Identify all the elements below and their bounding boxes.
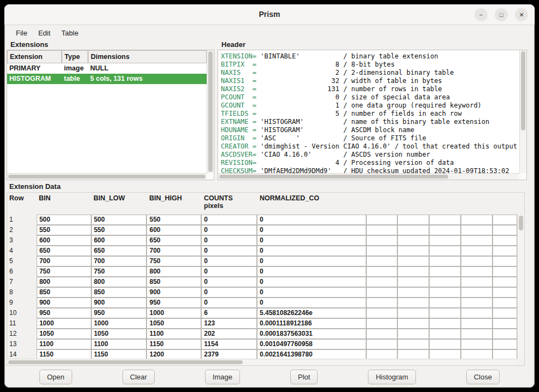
data-cell[interactable]: 600: [147, 225, 201, 235]
data-cell[interactable]: 1100: [147, 329, 201, 339]
extension-row[interactable]: PRIMARYimageNULL: [7, 63, 207, 74]
data-cell-empty[interactable]: [461, 266, 493, 277]
data-cell[interactable]: 750: [147, 256, 201, 266]
data-row-number[interactable]: 2: [7, 225, 37, 235]
data-cell[interactable]: 0: [257, 246, 366, 256]
data-cell[interactable]: 0: [201, 246, 257, 256]
data-cell-empty[interactable]: [366, 318, 398, 329]
data-cell-empty[interactable]: [429, 339, 461, 349]
data-cell-empty[interactable]: [429, 287, 461, 298]
data-cell[interactable]: 900: [147, 287, 201, 298]
data-cell-empty[interactable]: [397, 235, 429, 246]
data-cell[interactable]: 1000: [91, 318, 147, 329]
data-cell[interactable]: 0: [201, 215, 257, 225]
data-cell[interactable]: 0.0001837563031: [257, 329, 366, 339]
data-cell-empty[interactable]: [429, 225, 461, 235]
data-cell-empty[interactable]: [429, 318, 461, 329]
data-cell-empty[interactable]: [366, 308, 398, 318]
data-cell[interactable]: 0: [257, 298, 366, 308]
minimize-button[interactable]: −: [474, 8, 488, 21]
data-cell-empty[interactable]: [429, 235, 461, 246]
data-cell-empty[interactable]: [429, 329, 461, 339]
data-cell-empty[interactable]: [429, 298, 461, 308]
data-cell-empty[interactable]: [461, 215, 493, 225]
extensions-vertical-scrollbar[interactable]: [207, 50, 214, 173]
data-cell[interactable]: 1150: [91, 349, 147, 359]
data-row-number[interactable]: 9: [7, 298, 37, 308]
data-cell[interactable]: 900: [91, 298, 147, 308]
data-cell[interactable]: 1154: [201, 339, 257, 349]
scrollbar-thumb[interactable]: [521, 51, 525, 130]
data-cell[interactable]: 0: [201, 298, 257, 308]
data-cell[interactable]: 0: [201, 235, 257, 246]
histogram-button[interactable]: Histogram: [368, 370, 415, 384]
data-cell[interactable]: 0: [201, 256, 257, 266]
data-cell-empty[interactable]: [397, 318, 429, 329]
data-cell[interactable]: 700: [91, 256, 147, 266]
scrollbar-thumb[interactable]: [8, 360, 243, 364]
data-cell[interactable]: 1100: [91, 339, 147, 349]
data-cell-empty[interactable]: [461, 349, 493, 359]
clear-button[interactable]: Clear: [122, 370, 155, 384]
data-row-number[interactable]: 12: [7, 329, 37, 339]
data-cell[interactable]: 550: [37, 225, 91, 235]
data-row-number[interactable]: 3: [7, 235, 37, 246]
data-cell-empty[interactable]: [493, 318, 517, 329]
data-cell-empty[interactable]: [493, 339, 517, 349]
header-horizontal-scrollbar[interactable]: [218, 173, 519, 180]
data-row-number[interactable]: 4: [7, 246, 37, 256]
titlebar[interactable]: Prism − □ ✕: [4, 4, 535, 25]
menu-file[interactable]: File: [11, 27, 32, 39]
data-cell[interactable]: 1050: [147, 318, 201, 329]
data-cell-empty[interactable]: [397, 339, 429, 349]
data-cell-empty[interactable]: [397, 287, 429, 298]
data-cell-empty[interactable]: [429, 277, 461, 287]
data-cell[interactable]: 123: [201, 318, 257, 329]
data-cell[interactable]: 600: [37, 235, 91, 246]
data-cell-empty[interactable]: [461, 287, 493, 298]
data-cell[interactable]: 750: [37, 266, 91, 277]
data-cell-empty[interactable]: [461, 246, 493, 256]
data-cell[interactable]: 550: [147, 215, 201, 225]
data-cell[interactable]: 202: [201, 329, 257, 339]
scrollbar-thumb[interactable]: [219, 175, 448, 179]
data-cell-empty[interactable]: [429, 349, 461, 359]
data-cell[interactable]: 650: [147, 235, 201, 246]
data-cell[interactable]: 0: [257, 287, 366, 298]
data-cell[interactable]: 950: [37, 308, 91, 318]
data-cell[interactable]: 1050: [37, 329, 91, 339]
extension-row[interactable]: HISTOGRAMtable5 cols, 131 rows: [7, 74, 207, 84]
data-cell[interactable]: 950: [91, 308, 147, 318]
data-cell[interactable]: 0: [257, 266, 366, 277]
data-cell-empty[interactable]: [429, 308, 461, 318]
open-button[interactable]: Open: [39, 370, 72, 384]
data-cell[interactable]: 0.0001118912186: [257, 318, 366, 329]
data-cell-empty[interactable]: [461, 225, 493, 235]
data-cell-empty[interactable]: [493, 329, 517, 339]
data-cell-empty[interactable]: [493, 215, 517, 225]
data-cell-empty[interactable]: [493, 308, 517, 318]
data-row-number[interactable]: 5: [7, 256, 37, 266]
data-cell[interactable]: 950: [147, 298, 201, 308]
data-cell[interactable]: 900: [37, 298, 91, 308]
data-cell[interactable]: 1150: [147, 339, 201, 349]
data-cell[interactable]: 800: [91, 277, 147, 287]
data-cell[interactable]: 0: [257, 277, 366, 287]
maximize-button[interactable]: □: [495, 8, 508, 21]
data-cell[interactable]: 0: [257, 235, 366, 246]
data-cell-empty[interactable]: [366, 349, 398, 359]
data-cell-empty[interactable]: [493, 349, 517, 359]
data-cell-empty[interactable]: [493, 298, 517, 308]
data-cell-empty[interactable]: [397, 308, 429, 318]
data-row-number[interactable]: 1: [7, 215, 37, 225]
data-cell-empty[interactable]: [397, 298, 429, 308]
data-cell-empty[interactable]: [493, 235, 517, 246]
data-cell-empty[interactable]: [493, 287, 517, 298]
extensions-horizontal-scrollbar[interactable]: [7, 173, 207, 180]
data-cell-empty[interactable]: [461, 256, 493, 266]
data-cell[interactable]: 1000: [37, 318, 91, 329]
data-cell[interactable]: 2379: [201, 349, 257, 359]
data-cell[interactable]: 600: [91, 235, 147, 246]
data-cell-empty[interactable]: [366, 287, 398, 298]
data-cell[interactable]: 0: [201, 225, 257, 235]
